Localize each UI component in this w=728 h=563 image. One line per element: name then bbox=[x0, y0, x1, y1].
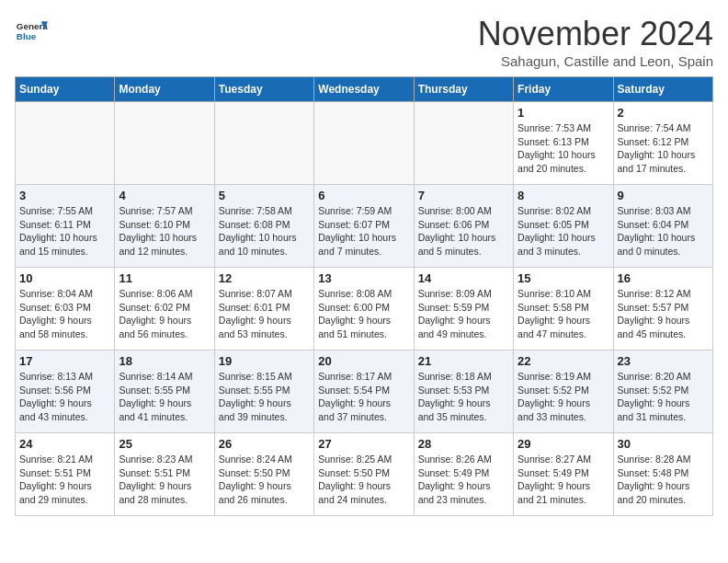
day-info: Sunrise: 8:12 AMSunset: 5:57 PMDaylight:… bbox=[618, 287, 709, 341]
calendar-day-cell: 1Sunrise: 7:53 AMSunset: 6:13 PMDaylight… bbox=[514, 102, 613, 185]
calendar-day-cell bbox=[314, 102, 414, 185]
calendar-day-cell: 14Sunrise: 8:09 AMSunset: 5:59 PMDayligh… bbox=[414, 268, 513, 350]
day-number: 8 bbox=[518, 189, 609, 202]
calendar-day-cell: 22Sunrise: 8:19 AMSunset: 5:52 PMDayligh… bbox=[514, 350, 613, 433]
day-number: 2 bbox=[618, 106, 709, 120]
day-number: 21 bbox=[418, 354, 509, 368]
day-number: 26 bbox=[219, 437, 310, 451]
day-info: Sunrise: 8:13 AMSunset: 5:56 PMDaylight:… bbox=[19, 370, 110, 424]
day-number: 29 bbox=[518, 437, 609, 451]
day-info: Sunrise: 8:21 AMSunset: 5:51 PMDaylight:… bbox=[19, 453, 110, 507]
calendar-day-cell: 15Sunrise: 8:10 AMSunset: 5:58 PMDayligh… bbox=[514, 268, 613, 350]
calendar-day-cell: 30Sunrise: 8:28 AMSunset: 5:48 PMDayligh… bbox=[613, 433, 712, 516]
day-number: 10 bbox=[19, 271, 110, 285]
calendar-day-cell: 11Sunrise: 8:06 AMSunset: 6:02 PMDayligh… bbox=[115, 268, 214, 350]
calendar-day-cell: 18Sunrise: 8:14 AMSunset: 5:55 PMDayligh… bbox=[115, 350, 214, 433]
day-number: 14 bbox=[418, 271, 509, 285]
day-number: 12 bbox=[219, 271, 310, 285]
calendar-day-cell: 16Sunrise: 8:12 AMSunset: 5:57 PMDayligh… bbox=[613, 268, 712, 350]
calendar-day-cell: 20Sunrise: 8:17 AMSunset: 5:54 PMDayligh… bbox=[314, 350, 414, 433]
location: Sahagun, Castille and Leon, Spain bbox=[478, 53, 713, 69]
calendar-day-cell: 26Sunrise: 8:24 AMSunset: 5:50 PMDayligh… bbox=[214, 433, 313, 516]
day-info: Sunrise: 7:59 AMSunset: 6:07 PMDaylight:… bbox=[318, 204, 409, 259]
calendar-day-cell: 5Sunrise: 7:58 AMSunset: 6:08 PMDaylight… bbox=[214, 185, 313, 268]
day-info: Sunrise: 7:53 AMSunset: 6:13 PMDaylight:… bbox=[518, 121, 609, 176]
calendar-day-cell: 4Sunrise: 7:57 AMSunset: 6:10 PMDaylight… bbox=[115, 185, 214, 268]
calendar-day-cell: 8Sunrise: 8:02 AMSunset: 6:05 PMDaylight… bbox=[514, 185, 613, 268]
weekday-header-cell: Thursday bbox=[414, 77, 513, 102]
day-info: Sunrise: 7:57 AMSunset: 6:10 PMDaylight:… bbox=[119, 204, 210, 259]
day-number: 13 bbox=[318, 271, 409, 285]
title-block: November 2024 Sahagun, Castille and Leon… bbox=[478, 15, 713, 69]
calendar-day-cell: 25Sunrise: 8:23 AMSunset: 5:51 PMDayligh… bbox=[115, 433, 214, 516]
day-info: Sunrise: 8:27 AMSunset: 5:49 PMDaylight:… bbox=[518, 453, 609, 507]
calendar-day-cell bbox=[16, 102, 115, 185]
calendar-week-row: 1Sunrise: 7:53 AMSunset: 6:13 PMDaylight… bbox=[16, 102, 713, 185]
weekday-header-row: SundayMondayTuesdayWednesdayThursdayFrid… bbox=[16, 77, 713, 102]
calendar-table: SundayMondayTuesdayWednesdayThursdayFrid… bbox=[15, 76, 713, 516]
calendar-day-cell: 12Sunrise: 8:07 AMSunset: 6:01 PMDayligh… bbox=[214, 268, 313, 350]
calendar-day-cell bbox=[115, 102, 214, 185]
weekday-header-cell: Wednesday bbox=[314, 77, 414, 102]
calendar-day-cell: 3Sunrise: 7:55 AMSunset: 6:11 PMDaylight… bbox=[16, 185, 115, 268]
day-info: Sunrise: 8:04 AMSunset: 6:03 PMDaylight:… bbox=[19, 287, 110, 341]
logo-icon: General Blue bbox=[15, 15, 48, 48]
day-info: Sunrise: 8:28 AMSunset: 5:48 PMDaylight:… bbox=[618, 453, 709, 507]
day-info: Sunrise: 8:26 AMSunset: 5:49 PMDaylight:… bbox=[418, 453, 509, 507]
day-info: Sunrise: 8:06 AMSunset: 6:02 PMDaylight:… bbox=[119, 287, 210, 341]
day-info: Sunrise: 8:23 AMSunset: 5:51 PMDaylight:… bbox=[119, 453, 210, 507]
day-info: Sunrise: 8:07 AMSunset: 6:01 PMDaylight:… bbox=[219, 287, 310, 341]
day-info: Sunrise: 8:17 AMSunset: 5:54 PMDaylight:… bbox=[318, 370, 409, 424]
day-info: Sunrise: 8:08 AMSunset: 6:00 PMDaylight:… bbox=[318, 287, 409, 341]
page-header: General Blue November 2024 Sahagun, Cast… bbox=[15, 15, 713, 69]
day-number: 5 bbox=[219, 189, 310, 202]
day-number: 16 bbox=[618, 271, 709, 285]
calendar-day-cell: 27Sunrise: 8:25 AMSunset: 5:50 PMDayligh… bbox=[314, 433, 414, 516]
logo: General Blue bbox=[15, 15, 48, 48]
day-info: Sunrise: 8:03 AMSunset: 6:04 PMDaylight:… bbox=[618, 204, 709, 259]
calendar-day-cell: 19Sunrise: 8:15 AMSunset: 5:55 PMDayligh… bbox=[214, 350, 313, 433]
calendar-day-cell: 21Sunrise: 8:18 AMSunset: 5:53 PMDayligh… bbox=[414, 350, 513, 433]
weekday-header-cell: Sunday bbox=[16, 77, 115, 102]
svg-text:Blue: Blue bbox=[17, 31, 37, 41]
day-number: 4 bbox=[119, 189, 210, 202]
calendar-day-cell: 9Sunrise: 8:03 AMSunset: 6:04 PMDaylight… bbox=[613, 185, 712, 268]
day-info: Sunrise: 8:14 AMSunset: 5:55 PMDaylight:… bbox=[119, 370, 210, 424]
day-info: Sunrise: 8:00 AMSunset: 6:06 PMDaylight:… bbox=[418, 204, 509, 259]
day-info: Sunrise: 8:18 AMSunset: 5:53 PMDaylight:… bbox=[418, 370, 509, 424]
day-number: 9 bbox=[618, 189, 709, 202]
calendar-day-cell: 13Sunrise: 8:08 AMSunset: 6:00 PMDayligh… bbox=[314, 268, 414, 350]
calendar-day-cell: 29Sunrise: 8:27 AMSunset: 5:49 PMDayligh… bbox=[514, 433, 613, 516]
day-number: 30 bbox=[618, 437, 709, 451]
calendar-day-cell: 7Sunrise: 8:00 AMSunset: 6:06 PMDaylight… bbox=[414, 185, 513, 268]
day-number: 28 bbox=[418, 437, 509, 451]
calendar-day-cell bbox=[414, 102, 513, 185]
calendar-week-row: 24Sunrise: 8:21 AMSunset: 5:51 PMDayligh… bbox=[16, 433, 713, 516]
day-number: 3 bbox=[19, 189, 110, 202]
day-info: Sunrise: 8:24 AMSunset: 5:50 PMDaylight:… bbox=[219, 453, 310, 507]
day-number: 6 bbox=[318, 189, 409, 202]
day-info: Sunrise: 8:25 AMSunset: 5:50 PMDaylight:… bbox=[318, 453, 409, 507]
weekday-header-cell: Monday bbox=[115, 77, 214, 102]
day-number: 22 bbox=[518, 354, 609, 368]
day-number: 7 bbox=[418, 189, 509, 202]
day-number: 15 bbox=[518, 271, 609, 285]
calendar-day-cell: 28Sunrise: 8:26 AMSunset: 5:49 PMDayligh… bbox=[414, 433, 513, 516]
day-info: Sunrise: 8:19 AMSunset: 5:52 PMDaylight:… bbox=[518, 370, 609, 424]
weekday-header-cell: Tuesday bbox=[214, 77, 313, 102]
day-info: Sunrise: 8:02 AMSunset: 6:05 PMDaylight:… bbox=[518, 204, 609, 259]
day-number: 24 bbox=[19, 437, 110, 451]
day-info: Sunrise: 8:20 AMSunset: 5:52 PMDaylight:… bbox=[618, 370, 709, 424]
calendar-day-cell bbox=[214, 102, 313, 185]
calendar-body: 1Sunrise: 7:53 AMSunset: 6:13 PMDaylight… bbox=[16, 102, 713, 516]
calendar-week-row: 3Sunrise: 7:55 AMSunset: 6:11 PMDaylight… bbox=[16, 185, 713, 268]
day-info: Sunrise: 7:58 AMSunset: 6:08 PMDaylight:… bbox=[219, 204, 310, 259]
weekday-header-cell: Friday bbox=[514, 77, 613, 102]
day-number: 23 bbox=[618, 354, 709, 368]
day-info: Sunrise: 8:15 AMSunset: 5:55 PMDaylight:… bbox=[219, 370, 310, 424]
day-info: Sunrise: 7:55 AMSunset: 6:11 PMDaylight:… bbox=[19, 204, 110, 259]
calendar-day-cell: 6Sunrise: 7:59 AMSunset: 6:07 PMDaylight… bbox=[314, 185, 414, 268]
calendar-day-cell: 23Sunrise: 8:20 AMSunset: 5:52 PMDayligh… bbox=[613, 350, 712, 433]
month-title: November 2024 bbox=[478, 15, 713, 53]
calendar-day-cell: 17Sunrise: 8:13 AMSunset: 5:56 PMDayligh… bbox=[16, 350, 115, 433]
